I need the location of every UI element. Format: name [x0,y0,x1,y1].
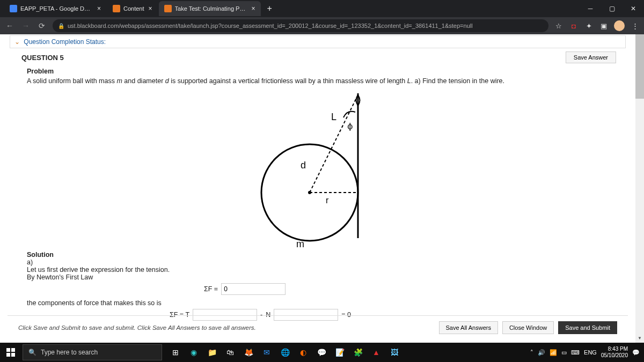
app-icon[interactable]: 🧩 [350,344,366,360]
tab-title: Take Test: Culminating PeTa – 020 [175,5,247,12]
problem-diagram: L ϕ d r m [253,91,382,249]
chrome-icon[interactable]: 🌐 [277,344,293,360]
notes-icon[interactable]: 📝 [332,344,348,360]
menu-icon[interactable]: ⋮ [630,22,640,30]
problem-section: Problem A solid uniform ball with mass m… [0,68,635,86]
label-d: d [301,160,306,171]
bookmark-icon[interactable]: ☆ [554,22,564,30]
svg-rect-7 [6,353,10,357]
eq1-input[interactable] [221,283,286,295]
notifications-icon[interactable]: 💬 [632,349,640,356]
cast-icon[interactable]: ▣ [599,22,609,30]
question-header: QUESTION 5 Save Answer [0,51,635,63]
minimize-button[interactable]: ─ [580,0,601,17]
browser-tab-test[interactable]: Take Test: Culminating PeTa – 020 × [159,1,261,16]
browser-tab-content[interactable]: Content × [107,1,158,16]
chevron-up-icon[interactable]: ˄ [530,349,533,356]
footer-text: Click Save and Submit to save and submit… [18,324,256,331]
back-button[interactable]: ← [4,21,15,30]
groove-icon[interactable]: ◐ [295,344,311,360]
solution-label: Solution [27,251,609,258]
chevron-down-icon: ⌄ [14,38,20,46]
question-title: QUESTION 5 [21,54,64,62]
url-text: ust.blackboard.com/webapps/assessment/ta… [68,23,473,29]
task-view-icon[interactable]: ⊞ [167,344,184,360]
svg-point-4 [308,191,311,194]
search-icon: 🔍 [28,349,36,356]
taskbar-search[interactable]: 🔍 Type here to search [23,344,162,360]
forward-button[interactable]: → [20,21,31,30]
save-answer-button[interactable]: Save Answer [566,51,616,63]
messenger-icon[interactable]: 💬 [313,344,330,360]
completion-status[interactable]: ⌄ Question Completion Status: [10,35,626,48]
solution-line: the components of force that makes this … [27,299,609,307]
mail-icon[interactable]: ✉ [259,344,275,360]
label-L: L [331,112,336,122]
svg-line-2 [310,95,358,193]
task-icons: ⊞ ◉ 📁 🛍 🦊 ✉ 🌐 ◐ 💬 📝 🧩 ▲ 🖼 [167,344,402,360]
svg-rect-5 [6,348,10,352]
status-text: Question Completion Status: [24,38,106,46]
maximize-button[interactable]: ▢ [601,0,623,17]
eq-lhs: ΣF = [204,285,218,293]
save-and-submit-button[interactable]: Save and Submit [558,321,617,334]
windows-taskbar: 🔍 Type here to search ⊞ ◉ 📁 🛍 🦊 ✉ 🌐 ◐ 💬 … [0,343,644,362]
close-icon[interactable]: × [252,5,255,12]
tab-title: EAPP_PETA - Google Docs [20,5,93,12]
problem-label: Problem [27,68,609,75]
close-icon[interactable]: × [97,5,101,12]
store-icon[interactable]: 🛍 [222,344,238,360]
edge-icon[interactable]: ◉ [186,344,202,360]
input-icon[interactable]: ⌨ [571,349,580,356]
page-content: ⌄ Question Completion Status: QUESTION 5… [0,34,635,343]
lang-indicator[interactable]: ENG [584,349,597,356]
browser-tab-docs[interactable]: EAPP_PETA - Google Docs × [4,1,106,16]
solution-line: Let us first derive the expression for t… [27,266,609,274]
close-window-button[interactable]: ✕ [623,0,644,17]
search-placeholder: Type here to search [41,349,98,356]
system-tray: ˄ 🔊 📶 ▭ ⌨ ENG 8:43 PM 05/10/2020 💬 [530,346,644,359]
blackboard-favicon [164,5,172,12]
problem-text: A solid uniform ball with mass m and dia… [27,76,609,86]
browser-tab-strip: EAPP_PETA - Google Docs × Content × Take… [0,0,644,17]
wifi-icon[interactable]: 📶 [550,349,557,356]
extensions-icon[interactable]: ✦ [584,22,594,30]
url-input[interactable]: 🔒 ust.blackboard.com/webapps/assessment/… [53,19,548,32]
svg-rect-6 [11,348,15,352]
scroll-thumb[interactable] [635,34,644,99]
solution-part-a: a) [27,258,609,266]
label-r: r [326,196,329,205]
start-button[interactable] [0,343,21,362]
taskbar-clock[interactable]: 8:43 PM 05/10/2020 [601,346,628,359]
lock-icon: 🔒 [58,23,64,29]
tab-title: Content [123,5,144,12]
solution-section: Solution a) Let us first derive the expr… [0,251,635,321]
new-tab-button[interactable]: + [262,4,277,13]
profile-avatar[interactable] [614,20,625,31]
vertical-scrollbar[interactable]: ▲ ▼ [635,34,644,343]
firefox-icon[interactable]: 🦊 [240,344,257,360]
clock-time: 8:43 PM [601,346,628,352]
docs-favicon [10,5,17,12]
window-controls: ─ ▢ ✕ [580,0,644,17]
address-bar: ← → ⟳ 🔒 ust.blackboard.com/webapps/asses… [0,17,644,34]
blackboard-favicon [113,5,120,12]
solution-line: By Newton's First Law [27,274,609,281]
clock-date: 05/10/2020 [601,352,628,359]
label-m: m [296,239,304,249]
extension-icon[interactable]: ◘ [569,22,579,30]
explorer-icon[interactable]: 📁 [204,344,220,360]
close-window-button[interactable]: Close Window [502,321,554,334]
svg-rect-8 [11,353,15,357]
acrobat-icon[interactable]: ▲ [368,344,384,360]
save-all-answers-button[interactable]: Save All Answers [439,321,498,334]
volume-icon[interactable]: 🔊 [538,349,545,356]
label-phi: ϕ [347,122,353,131]
scroll-down-arrow[interactable]: ▼ [635,334,644,343]
equation-row-1: ΣF = [204,283,609,295]
battery-icon[interactable]: ▭ [561,349,567,356]
reload-button[interactable]: ⟳ [36,21,47,30]
photos-icon[interactable]: 🖼 [386,344,402,360]
close-icon[interactable]: × [149,5,152,12]
submit-footer: Click Save and Submit to save and submit… [8,315,628,339]
